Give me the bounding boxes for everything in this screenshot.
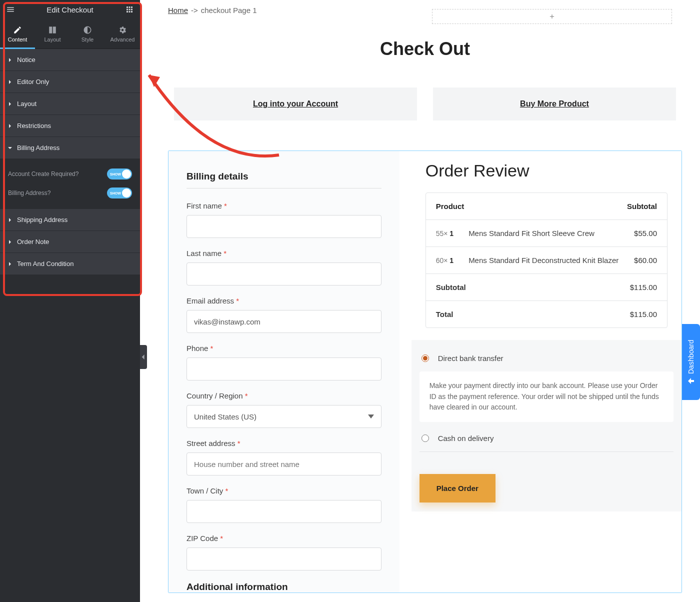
link-cards-row: Log into your Account Buy More Product xyxy=(168,88,682,120)
order-review-title: Order Review xyxy=(426,161,668,180)
zip-input[interactable] xyxy=(186,548,382,570)
toggle-label-billing-address: Billing Address? xyxy=(8,190,50,196)
editor-sidebar: Edit Checkout Content Layout Style Advan… xyxy=(0,0,140,602)
page-title: Check Out xyxy=(168,38,682,60)
panel-header: Edit Checkout xyxy=(0,0,140,19)
zip-label: ZIP Code * xyxy=(186,534,382,542)
breadcrumb-home[interactable]: Home xyxy=(168,6,188,14)
panel-tabs: Content Layout Style Advanced xyxy=(0,19,140,49)
accordion-order-note[interactable]: Order Note xyxy=(0,231,140,253)
street-input[interactable] xyxy=(186,452,382,476)
dashboard-side-tab[interactable]: Dashboard xyxy=(682,324,700,400)
accordion-editor-only[interactable]: Editor Only xyxy=(0,71,140,93)
accordion-body-billing: Account Create Required? Billing Address… xyxy=(0,158,140,208)
first-name-label: First name * xyxy=(186,202,382,210)
payment-divider xyxy=(420,452,674,452)
accordion-notice[interactable]: Notice xyxy=(0,49,140,71)
breadcrumb-current: checkout Page 1 xyxy=(201,6,257,14)
tab-content[interactable]: Content xyxy=(0,19,35,48)
caret-right-icon xyxy=(8,80,12,84)
payment-radio-cod[interactable] xyxy=(422,434,429,442)
order-review-column: Order Review Product Subtotal 55× 1 Mens… xyxy=(412,151,682,592)
last-name-label: Last name * xyxy=(186,249,382,258)
tab-layout[interactable]: Layout xyxy=(35,19,70,48)
tab-advanced[interactable]: Advanced xyxy=(105,19,140,48)
accordion-billing-address[interactable]: Billing Address Account Create Required?… xyxy=(0,137,140,209)
billing-column: Billing details First name * Last name *… xyxy=(168,151,400,592)
payment-bank-description: Make your payment directly into our bank… xyxy=(420,372,674,422)
checkout-widget: Billing details First name * Last name *… xyxy=(168,150,682,593)
caret-right-icon xyxy=(8,102,12,106)
caret-right-icon xyxy=(8,124,12,128)
payment-option-cod[interactable]: Cash on delivery xyxy=(420,429,674,448)
caret-down-icon xyxy=(8,146,12,150)
accordion-restrictions[interactable]: Restrictions xyxy=(0,115,140,137)
add-section-button[interactable] xyxy=(432,9,672,24)
payment-section: Direct bank transfer Make your payment d… xyxy=(412,340,682,512)
plus-icon xyxy=(548,13,556,20)
last-name-input[interactable] xyxy=(186,262,382,286)
caret-right-icon xyxy=(8,262,12,266)
accordion-term-condition[interactable]: Term And Condition xyxy=(0,253,140,275)
town-input[interactable] xyxy=(186,500,382,523)
order-table-row: 55× 1 Mens Standard Fit Short Sleeve Cre… xyxy=(426,220,667,247)
apps-grid-icon[interactable] xyxy=(125,5,134,14)
toggle-account-create[interactable] xyxy=(107,168,132,180)
toggle-label-account-create: Account Create Required? xyxy=(8,170,78,178)
first-name-input[interactable] xyxy=(186,215,382,238)
town-label: Town / City * xyxy=(186,486,382,495)
country-label: Country / Region * xyxy=(186,392,382,400)
email-label: Email address * xyxy=(186,296,382,305)
additional-info-title: Additional information xyxy=(186,582,382,592)
street-label: Street address * xyxy=(186,439,382,448)
order-table-head: Product Subtotal xyxy=(426,193,667,220)
pencil-icon xyxy=(13,26,22,34)
payment-option-bank[interactable]: Direct bank transfer xyxy=(420,349,674,368)
order-table: Product Subtotal 55× 1 Mens Standard Fit… xyxy=(426,192,668,328)
chevron-left-icon xyxy=(142,354,146,360)
accordion-shipping-address[interactable]: Shipping Address xyxy=(0,209,140,231)
arrow-up-icon xyxy=(688,378,694,384)
country-select[interactable]: United States (US) xyxy=(186,405,382,428)
panel-title: Edit Checkout xyxy=(15,6,125,14)
order-table-row: 60× 1 Mens Standard Fit Deconstructed Kn… xyxy=(426,247,667,274)
email-input[interactable] xyxy=(186,310,382,333)
tab-style[interactable]: Style xyxy=(70,19,105,48)
place-order-button[interactable]: Place Order xyxy=(420,474,496,502)
phone-label: Phone * xyxy=(186,344,382,352)
hamburger-menu-icon[interactable] xyxy=(6,5,15,14)
gear-icon xyxy=(118,26,127,34)
panel-collapse-handle[interactable] xyxy=(140,345,147,369)
phone-input[interactable] xyxy=(186,358,382,380)
editor-canvas: Home -> checkout Page 1 Check Out Log in… xyxy=(150,0,700,602)
caret-right-icon xyxy=(8,58,12,62)
buy-more-link-card[interactable]: Buy More Product xyxy=(433,88,676,120)
accordion-layout[interactable]: Layout xyxy=(0,93,140,115)
payment-radio-bank[interactable] xyxy=(422,354,429,362)
caret-right-icon xyxy=(8,240,12,244)
toggle-billing-address[interactable] xyxy=(107,188,132,198)
caret-right-icon xyxy=(8,218,12,222)
contrast-icon xyxy=(83,26,92,34)
login-link-card[interactable]: Log into your Account xyxy=(174,88,417,120)
columns-icon xyxy=(48,26,57,34)
billing-title: Billing details xyxy=(186,171,382,188)
order-subtotal-row: Subtotal $115.00 xyxy=(426,274,667,301)
order-total-row: Total $115.00 xyxy=(426,301,667,328)
